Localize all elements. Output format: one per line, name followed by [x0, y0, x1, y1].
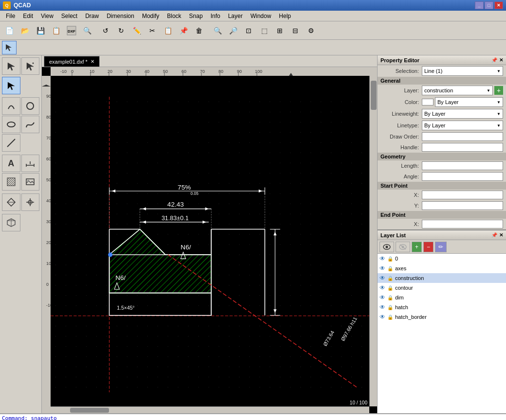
tool-image[interactable] — [21, 173, 40, 191]
starty-input[interactable]: 36.82 — [422, 201, 503, 210]
layer-add-button[interactable]: + — [494, 86, 503, 95]
paste-button[interactable]: 📌 — [176, 24, 191, 37]
tool-line[interactable] — [2, 134, 20, 152]
layer-show-all-button[interactable] — [380, 242, 394, 252]
menu-edit[interactable]: Edit — [19, 12, 37, 20]
layer-hide-all-button[interactable] — [396, 242, 410, 252]
menu-snap[interactable]: Snap — [185, 12, 207, 20]
delete-button[interactable]: 🗑 — [192, 24, 206, 37]
menu-view[interactable]: View — [37, 12, 57, 20]
layer-item-construction[interactable]: 👁 🔒 construction — [378, 273, 506, 283]
drawing-area[interactable]: -10 0 10 20 30 40 50 60 70 — [42, 67, 377, 413]
layer-eye-icon-hatch[interactable]: 👁 — [380, 304, 385, 311]
tool-text[interactable]: A — [2, 155, 20, 172]
maximize-button[interactable]: □ — [485, 1, 493, 9]
open-button[interactable]: 📂 — [18, 24, 32, 37]
tool-pointer[interactable] — [2, 77, 20, 94]
scrollbar-thumb-v[interactable] — [371, 81, 377, 110]
color-dropdown[interactable]: By Layer ▼ — [435, 97, 503, 107]
layer-lock-icon-construction[interactable]: 🔒 — [387, 276, 393, 281]
tool-arc[interactable] — [2, 97, 20, 115]
save-as-button[interactable]: 📋 — [49, 24, 63, 37]
tool-ellipse[interactable] — [2, 116, 20, 133]
layer-lock-icon-dim[interactable]: 🔒 — [387, 295, 393, 300]
tool-select-arrow[interactable] — [2, 57, 20, 75]
vertical-scrollbar[interactable] — [369, 76, 377, 406]
layer-item-contour[interactable]: 👁 🔒 contour — [378, 283, 506, 293]
menu-info[interactable]: Info — [207, 12, 224, 20]
layer-add-button[interactable]: + — [412, 242, 422, 252]
print-preview-button[interactable]: 🔍 — [80, 24, 94, 37]
zoom-out-button[interactable]: 🔎 — [226, 24, 240, 37]
new-button[interactable]: 📄 — [2, 24, 17, 37]
menu-select[interactable]: Select — [57, 12, 81, 20]
layer-lock-icon-axes[interactable]: 🔒 — [387, 266, 393, 271]
close-button[interactable]: ✕ — [494, 1, 503, 9]
settings-button[interactable]: ⚙ — [304, 24, 318, 37]
layer-remove-button[interactable]: − — [423, 242, 434, 252]
handle-input[interactable]: 0x70 — [422, 143, 503, 152]
tab-close-button[interactable]: ✕ — [90, 59, 94, 64]
menu-block[interactable]: Block — [163, 12, 185, 20]
edit-button[interactable]: ✏️ — [129, 24, 144, 37]
zoom-next-button[interactable]: ⊟ — [288, 24, 303, 37]
zoom-select-button[interactable]: ⬚ — [257, 24, 271, 37]
menu-file[interactable]: File — [2, 12, 19, 20]
linetype-dropdown[interactable]: By Layer ▼ — [422, 121, 503, 130]
layer-list-pin[interactable]: 📌 — [491, 232, 497, 238]
startx-input[interactable]: 0 — [422, 191, 503, 199]
minimize-button[interactable]: _ — [475, 1, 484, 9]
draworder-input[interactable]: 30 — [422, 132, 503, 141]
menu-modify[interactable]: Modify — [138, 12, 163, 20]
layer-edit-button[interactable]: ✏ — [435, 242, 447, 252]
layer-lock-icon-contour[interactable]: 🔒 — [387, 285, 393, 291]
zoom-prev-button[interactable]: ⊞ — [272, 24, 287, 37]
angle-input[interactable]: 0 — [422, 172, 503, 181]
canvas-area[interactable]: 75% 0.05 42.43 31.83±0.1 — [51, 76, 377, 413]
layer-item-0[interactable]: 👁 🔒 0 — [378, 254, 506, 263]
layer-item-hatch[interactable]: 👁 🔒 hatch — [378, 302, 506, 312]
property-editor-pin[interactable]: 📌 — [491, 57, 497, 63]
tool-select-cross[interactable] — [21, 57, 40, 75]
endx-input[interactable]: 120 — [422, 220, 503, 228]
horizontal-scrollbar[interactable] — [51, 406, 369, 413]
tool-dim[interactable] — [21, 155, 40, 172]
menu-help[interactable]: Help — [275, 12, 295, 20]
copy-button[interactable]: 📋 — [161, 24, 175, 37]
layer-lock-icon-0[interactable]: 🔒 — [387, 256, 393, 262]
tool-snap[interactable] — [21, 193, 40, 211]
tool-pattern[interactable] — [2, 193, 20, 211]
layer-eye-icon-0[interactable]: 👁 — [380, 255, 385, 262]
dxf-button[interactable]: DXF — [64, 24, 79, 37]
layer-item-dim[interactable]: 👁 🔒 dim — [378, 293, 506, 302]
layer-eye-icon-hatch-border[interactable]: 👁 — [380, 314, 385, 320]
redo-button[interactable]: ↻ — [114, 24, 128, 37]
tool-spline[interactable] — [21, 116, 40, 133]
menu-window[interactable]: Window — [247, 12, 275, 20]
tab-example01[interactable]: example01.dxf * ✕ — [44, 56, 100, 67]
selection-dropdown[interactable]: Line (1) ▼ — [422, 66, 503, 76]
layer-eye-icon-dim[interactable]: 👁 — [380, 294, 385, 301]
zoom-fit-button[interactable]: ⊡ — [241, 24, 256, 37]
layer-dropdown[interactable]: construction ▼ — [422, 86, 493, 95]
length-input[interactable]: 120 — [422, 161, 503, 170]
select-tool[interactable] — [2, 41, 17, 54]
layer-list-close[interactable]: ✕ — [499, 232, 503, 238]
menu-draw[interactable]: Draw — [81, 12, 103, 20]
lineweight-dropdown[interactable]: By Layer ▼ — [422, 109, 503, 119]
tool-3d[interactable] — [2, 214, 20, 231]
layer-item-axes[interactable]: 👁 🔒 axes — [378, 263, 506, 273]
layer-lock-icon-hatch-border[interactable]: 🔒 — [387, 315, 393, 320]
layer-eye-icon-construction[interactable]: 👁 — [380, 275, 385, 281]
layer-item-hatch-border[interactable]: 👁 🔒 hatch_border — [378, 312, 506, 322]
menu-layer[interactable]: Layer — [224, 12, 247, 20]
zoom-in-button[interactable]: 🔍 — [210, 24, 225, 37]
tool-circle[interactable] — [21, 97, 40, 115]
scrollbar-thumb-h[interactable] — [70, 408, 109, 413]
menu-dimension[interactable]: Dimension — [103, 12, 138, 20]
layer-eye-icon-axes[interactable]: 👁 — [380, 265, 385, 272]
property-editor-close[interactable]: ✕ — [499, 57, 503, 63]
undo-button[interactable]: ↺ — [98, 24, 113, 37]
tool-hatch[interactable] — [2, 173, 20, 191]
layer-eye-icon-contour[interactable]: 👁 — [380, 284, 385, 291]
